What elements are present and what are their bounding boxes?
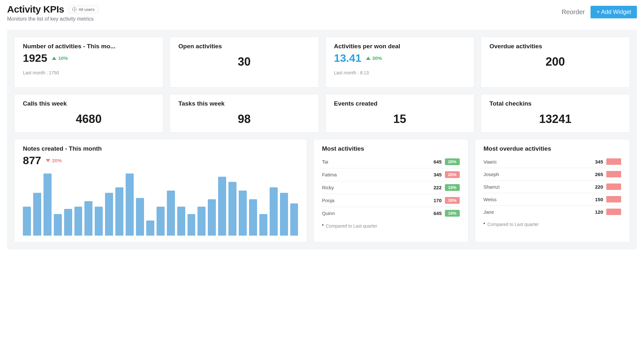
kpi-title: Number of activities - This mo...: [23, 43, 155, 50]
kpi-delta-value: 30%: [372, 55, 382, 61]
reorder-link[interactable]: Reorder: [562, 8, 585, 16]
list-item-name: Jane: [484, 209, 586, 215]
chart-bar: [177, 207, 185, 236]
page-subtitle: Monitors the list of key activity metric…: [7, 16, 98, 22]
kpi-delta: 20%: [46, 158, 62, 163]
kpi-value: 1925: [23, 52, 47, 64]
pct-badge: 20%: [445, 158, 460, 165]
globe-icon: [72, 7, 77, 12]
header-right: Reorder + Add Widget: [562, 6, 637, 18]
kpi-subtext: Last month : 8.13: [334, 70, 466, 75]
kpi-row-2: Calls this week 4680 Tasks this week 98 …: [14, 94, 630, 133]
kpi-title: Calls this week: [23, 100, 155, 107]
kpi-row-1: Number of activities - This mo... 1925 1…: [14, 37, 630, 88]
kpi-card-events[interactable]: Events created 15: [325, 94, 475, 133]
list-item-name: Ricky: [322, 185, 424, 190]
list-item-right: 64510%: [424, 210, 460, 217]
kpi-value: 200: [489, 55, 621, 69]
kpi-title: Total checkins: [489, 100, 621, 107]
list-item[interactable]: Tai64520%: [322, 155, 460, 168]
list-item[interactable]: Weiss150: [484, 193, 621, 205]
kpi-card-tasks[interactable]: Tasks this week 98: [170, 94, 319, 133]
list-item-value: 645: [427, 159, 442, 164]
page-header: Activity KPIs All users Monitors the lis…: [7, 4, 637, 22]
card-footnote: Compared to Last quarter: [484, 222, 621, 227]
chart-bar: [228, 182, 236, 236]
list-item[interactable]: Joseph265: [484, 168, 621, 180]
list-item-right: 64520%: [424, 158, 460, 165]
list-item-value: 345: [427, 172, 442, 177]
bar-swatch: [606, 158, 621, 165]
list-item-right: 220: [586, 183, 621, 190]
list-item[interactable]: Fatima34520%: [322, 168, 460, 181]
footnote-text: Compared to Last quarter: [487, 222, 539, 227]
header-left: Activity KPIs All users Monitors the lis…: [7, 4, 98, 22]
chart-bar: [115, 187, 123, 236]
list-item-right: 17030%: [424, 197, 460, 204]
kpi-card-checkins[interactable]: Total checkins 13241: [481, 94, 630, 133]
most-overdue-card[interactable]: Most overdue activities Vaaric345Joseph2…: [475, 139, 630, 242]
kpi-value-row: 1925 10%: [23, 52, 155, 64]
trend-down-icon: [46, 159, 50, 162]
kpi-delta-value: 20%: [52, 158, 62, 163]
list-item[interactable]: Shamzi220: [484, 180, 621, 193]
chart-bar: [95, 207, 103, 236]
kpi-title: Notes created - This month: [23, 145, 298, 152]
kpi-subtext: Last month : 1750: [23, 70, 155, 75]
kpi-title: Activities per won deal: [334, 43, 466, 50]
pct-badge: 20%: [445, 171, 460, 178]
most-activities-list: Tai64520%Fatima34520%Ricky22210%Pooja170…: [322, 155, 460, 220]
most-activities-card[interactable]: Most activities Tai64520%Fatima34520%Ric…: [313, 139, 468, 242]
add-widget-button[interactable]: + Add Widget: [591, 6, 637, 18]
pct-badge: 10%: [445, 184, 460, 191]
kpi-value: 98: [178, 112, 310, 126]
card-footnote: Compared to Last quarter: [322, 223, 460, 229]
kpi-card-activities[interactable]: Number of activities - This mo... 1925 1…: [14, 37, 163, 88]
list-item-value: 120: [588, 209, 603, 215]
card-title: Most activities: [322, 145, 460, 152]
chart-bar: [187, 214, 196, 236]
chart-bar: [74, 207, 82, 236]
bar-swatch: [606, 183, 621, 190]
user-filter-label: All users: [79, 7, 95, 12]
kpi-value: 13241: [489, 112, 621, 126]
list-item-name: Pooja: [322, 198, 424, 203]
kpi-delta: 30%: [366, 55, 382, 61]
bullet-icon: [484, 223, 485, 224]
bullet-icon: [322, 224, 323, 226]
list-item-name: Tai: [322, 159, 424, 164]
list-item-name: Joseph: [484, 172, 586, 177]
chart-bar: [167, 191, 175, 236]
kpi-card-open[interactable]: Open activities 30: [170, 37, 319, 88]
kpi-value: 30: [178, 55, 310, 69]
chart-bar: [33, 193, 41, 236]
bar-swatch: [606, 171, 621, 177]
kpi-card-overdue[interactable]: Overdue activities 200: [481, 37, 630, 88]
list-item-name: Fatima: [322, 172, 424, 177]
list-item[interactable]: Vaaric345: [484, 155, 621, 168]
list-item[interactable]: Jane120: [484, 205, 621, 218]
list-item-name: Shamzi: [484, 184, 586, 190]
notes-chart-card[interactable]: Notes created - This month 877 20%: [14, 139, 307, 242]
kpi-card-per-deal[interactable]: Activities per won deal 13.41 30% Last m…: [325, 37, 475, 88]
kpi-value-row: 13.41 30%: [334, 52, 466, 64]
chart-bar: [259, 214, 267, 236]
list-item-value: 645: [427, 211, 442, 216]
kpi-value: 877: [23, 154, 41, 167]
list-item[interactable]: Quinn64510%: [322, 207, 460, 220]
list-item[interactable]: Ricky22210%: [322, 181, 460, 194]
kpi-value: 4680: [23, 112, 155, 126]
list-item-value: 150: [588, 197, 603, 202]
bottom-row: Notes created - This month 877 20% Most …: [14, 139, 630, 242]
pct-badge: 10%: [445, 210, 460, 217]
chart-bar: [64, 209, 72, 236]
kpi-value-row: 877 20%: [23, 154, 298, 167]
list-item-right: 34520%: [424, 171, 460, 178]
kpi-delta: 10%: [52, 55, 68, 61]
list-item[interactable]: Pooja17030%: [322, 194, 460, 207]
kpi-card-calls[interactable]: Calls this week 4680: [14, 94, 163, 133]
list-item-value: 265: [588, 172, 603, 177]
chart-bar: [197, 207, 206, 236]
chart-bar: [157, 207, 165, 236]
user-filter-chip[interactable]: All users: [69, 6, 98, 13]
